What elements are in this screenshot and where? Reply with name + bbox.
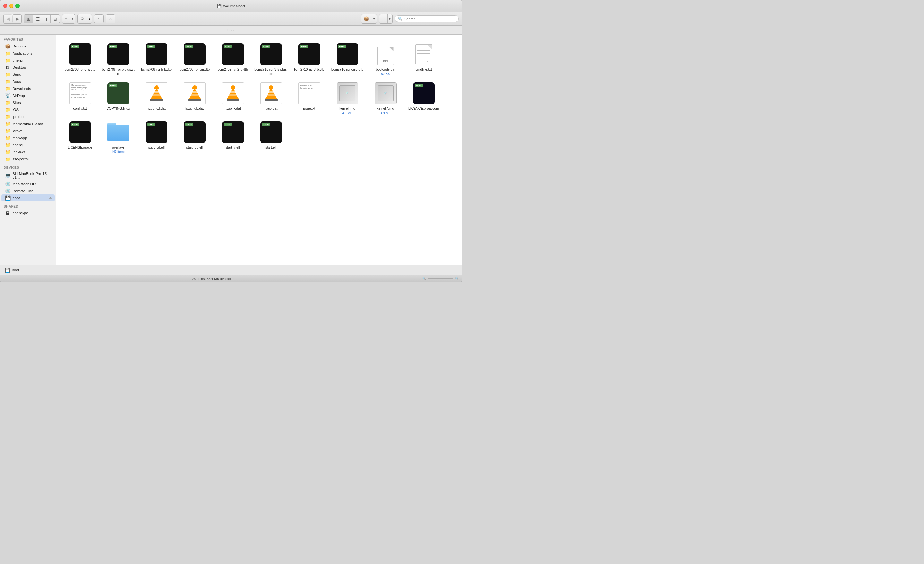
file-item-bcm2710-rpi-cm3[interactable]: exec bcm2710-rpi-cm3.dtb (329, 40, 366, 78)
file-item-kernel-img[interactable]: 💿 kernel.img 4.7 MB (329, 79, 366, 117)
share-button[interactable]: ↑ (94, 14, 104, 23)
exec-icon: exec (108, 43, 129, 65)
sidebar-item-the-aws-label: the-aws (12, 150, 26, 154)
file-item-config-txt[interactable]: # For more options... # A document if yo… (62, 79, 99, 117)
sidebar-item-macintosh-hd-label: Macintosh HD (12, 182, 36, 186)
view-list-button[interactable]: ☰ (33, 15, 43, 23)
sidebar-item-macintosh-hd[interactable]: 💿 Macintosh HD (1, 180, 54, 188)
view-gallery-button[interactable]: ⊟ (51, 15, 60, 23)
close-button[interactable] (3, 4, 8, 8)
sidebar-item-laravel[interactable]: 📁 laravel (1, 128, 54, 134)
sidebar-item-applications[interactable]: 📁 Applications (1, 50, 54, 57)
sidebar-item-airdrop[interactable]: 📡 AirDrop (1, 92, 54, 99)
exec-icon: exec (69, 43, 91, 65)
sidebar-item-bheng-pc[interactable]: 🖥 bheng-pc (1, 210, 54, 216)
sidebar-item-the-aws[interactable]: 📁 the-aws (1, 148, 54, 156)
sidebar-item-apps[interactable]: 📁 Apps (1, 78, 54, 85)
sidebar-item-boot[interactable]: 💾 boot ⏏ (1, 194, 54, 201)
shared-header: Shared (0, 201, 56, 210)
sidebar-item-bheng[interactable]: 📁 bheng (1, 57, 54, 64)
group-main-button[interactable]: ≡ (62, 14, 70, 23)
zoom-plus-icon: 🔍 (455, 277, 459, 280)
file-name: bcm2708-rpi-b-plus.dtb (101, 68, 135, 76)
view-icon-button[interactable]: ⊞ (24, 15, 33, 23)
back-button[interactable]: ◀ (3, 14, 12, 23)
the-aws-icon: 📁 (5, 150, 10, 154)
vlc-cone (150, 86, 163, 101)
action-arrow-button[interactable]: ▾ (87, 14, 92, 23)
zoom-slider[interactable] (428, 278, 453, 279)
file-item-bcm2708-rpi-b-b[interactable]: exec bcm2708-rpi-b-b.dtb (138, 40, 175, 78)
sidebar-item-downloads[interactable]: 📁 Downloads (1, 85, 54, 92)
add-main-button[interactable]: + (379, 14, 387, 23)
file-item-bcm2710-rpi-3-b[interactable]: exec bcm2710-rpi-3-b.dtb (291, 40, 328, 78)
maximize-button[interactable] (15, 4, 20, 8)
file-item-bcm2708-rpi-0-w[interactable]: exec bcm2708-rpi-0-w.dtb (62, 40, 99, 78)
file-item-issue-txt[interactable]: Raspberry Pi ref... Generated using... T… (291, 79, 328, 117)
file-item-license-oracle[interactable]: exec LICENSE.oracle (62, 118, 99, 156)
file-item-bcm2708-rpi-cm[interactable]: exec bcm2708-rpi-cm.dtb (176, 40, 213, 78)
file-item-fixup-x-dat[interactable]: fixup_x.dat (214, 79, 251, 117)
file-area: exec bcm2708-rpi-0-w.dtb exec bcm2708-rp… (56, 34, 462, 265)
laravel-icon: 📁 (5, 128, 10, 134)
sidebar-item-mhn-app[interactable]: 📁 mhn-app (1, 134, 54, 141)
forward-button[interactable]: ▶ (12, 14, 21, 23)
sidebar-item-sites[interactable]: 📁 Sites (1, 99, 54, 106)
file-item-overlays[interactable]: overlays 147 items (100, 118, 136, 156)
file-name: bcm2710-rpi-cm3.dtb (332, 68, 363, 72)
file-item-copying-linux[interactable]: exec COPYING.linux (100, 79, 136, 117)
sidebar-item-memorable-places[interactable]: 📁 Memorable Places (1, 120, 54, 128)
file-item-fixup-dat[interactable]: fixup.dat (252, 79, 290, 117)
vlc-icon (146, 82, 168, 104)
exec-badge: exec (109, 45, 117, 48)
sidebar-item-dropbox[interactable]: 📦 Dropbox (1, 43, 54, 50)
minimize-button[interactable] (9, 4, 14, 8)
txt-plain-icon: TXT (416, 44, 432, 64)
action-main-button[interactable]: ⚙ (78, 14, 87, 23)
txt-line1 (417, 50, 430, 51)
search-box[interactable]: 🔍 (394, 15, 459, 22)
sidebar-item-desktop[interactable]: 🖥 Desktop (1, 64, 54, 71)
disk-label: 💿 (384, 92, 387, 94)
dropbox-main-button[interactable]: 📦 (361, 14, 372, 23)
disk-inner: 💿 (378, 86, 394, 101)
view-column-button[interactable]: ⫿ (43, 15, 51, 23)
file-item-start-x-elf[interactable]: exec start_x.elf (214, 118, 251, 156)
file-item-start-db-elf[interactable]: exec start_db.elf (176, 118, 213, 156)
sidebar-item-remote-disc[interactable]: 💿 Remote Disc (1, 188, 54, 194)
file-item-licence-broadcom[interactable]: exec LICENCE.broadcom (405, 79, 442, 117)
file-item-cmdline-txt[interactable]: TXT cmdline.txt (405, 40, 442, 78)
sidebar-item-ssc-portal[interactable]: 📁 ssc-portal (1, 156, 54, 163)
add-arrow-button[interactable]: ▾ (387, 14, 392, 23)
file-item-start-cd-elf[interactable]: exec start_cd.elf (138, 118, 175, 156)
file-item-bootcode-bin[interactable]: BIN bootcode.bin 52 KB (367, 40, 404, 78)
eject-button[interactable]: ⏏ (49, 196, 52, 200)
file-item-start-elf[interactable]: exec start.elf (252, 118, 290, 156)
sidebar-item-ios[interactable]: 📁 iOS (1, 106, 54, 113)
dropbox-arrow-button[interactable]: ▾ (372, 14, 376, 23)
sidebar-item-iproject[interactable]: 📁 iproject (1, 113, 54, 120)
file-item-fixup-db-dat[interactable]: fixup_db.dat (176, 79, 213, 117)
file-item-bcm2710-rpi-3-b-plus[interactable]: exec bcm2710-rpi-3-b-plus.dtb (252, 40, 290, 78)
issue-icon: Raspberry Pi ref... Generated using... T… (298, 82, 320, 104)
sidebar-item-bheng2[interactable]: 📁 bheng (1, 141, 54, 148)
vlc-cone-stripe2 (190, 94, 200, 96)
favorites-header: Favorites (0, 34, 56, 43)
group-arrow-button[interactable]: ▾ (70, 14, 75, 23)
file-item-fixup-cd-dat[interactable]: fixup_cd.dat (138, 79, 175, 117)
issue-text-lines: Raspberry Pi ref... Generated using... T… (300, 84, 319, 104)
search-input[interactable] (404, 17, 455, 21)
file-item-bcm2708-rpi-b-plus[interactable]: exec bcm2708-rpi-b-plus.dtb (100, 40, 136, 78)
sidebar-item-benu[interactable]: 📁 Benu (1, 71, 54, 78)
file-item-kernel7-img[interactable]: 💿 kernel7.img 4.9 MB (367, 79, 404, 117)
tag-button[interactable]: ○ (105, 14, 115, 23)
sidebar-item-macbook[interactable]: 💻 BH-MacBook-Pro-15-51... (1, 171, 54, 180)
file-name: start_cd.elf (148, 146, 165, 150)
file-name: cmdline.txt (416, 68, 432, 72)
vlc-icon (260, 82, 282, 104)
bottom-volume-label: boot (12, 268, 19, 272)
file-item-bcm2709-rpi-2-b[interactable]: exec bcm2709-rpi-2-b.dtb (214, 40, 251, 78)
disk-inner: 💿 (339, 86, 356, 101)
file-name: bcm2710-rpi-3-b.dtb (294, 68, 324, 72)
vlc-cone-stripe2 (152, 94, 162, 96)
